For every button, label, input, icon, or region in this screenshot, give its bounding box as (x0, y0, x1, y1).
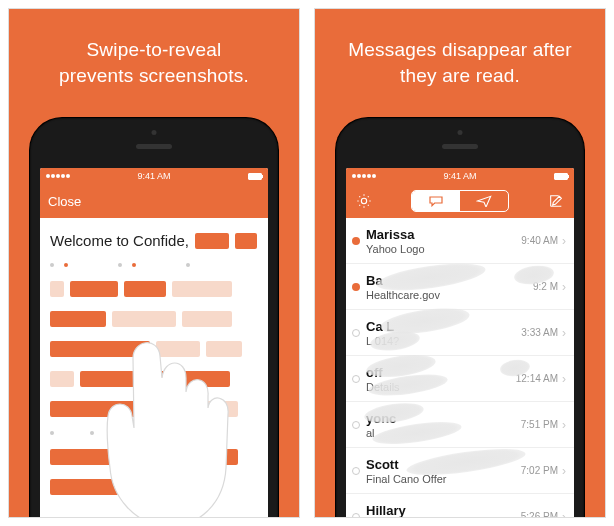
hidden-word-block (50, 449, 122, 465)
hidden-word-block (124, 281, 166, 297)
message-subject: L 014? (366, 335, 521, 347)
revealed-message-line: Welcome to Confide, (50, 232, 258, 249)
sender-name: Hillary (366, 503, 521, 518)
hidden-word-block (50, 311, 106, 327)
compose-icon (548, 193, 564, 209)
inbox-row[interactable]: Ca L L 014? 3:33 AM › (346, 310, 574, 356)
chat-bubble-icon (428, 195, 444, 207)
inbox-row[interactable]: yonc al 7:51 PM › (346, 402, 574, 448)
hidden-word-block (198, 449, 238, 465)
nav-bar: Close (40, 184, 268, 218)
message-time: 9:40 AM (521, 235, 558, 246)
segment-inbox[interactable] (412, 191, 460, 211)
close-button[interactable]: Close (48, 194, 81, 209)
phone-mock: 9:41 AM (336, 118, 584, 518)
headline-line1: Swipe-to-reveal (86, 39, 221, 60)
chevron-right-icon: › (562, 510, 566, 518)
hidden-word-block (70, 281, 118, 297)
chevron-right-icon: › (562, 280, 566, 294)
gear-icon (356, 193, 372, 209)
hidden-word-block (80, 371, 230, 387)
inbox-sent-segmented-control[interactable] (411, 190, 509, 212)
phone-mock: 9:41 AM Close Welcome to Confide, (30, 118, 278, 518)
hidden-word-block (156, 341, 200, 357)
sender-name: Marissa (366, 227, 521, 242)
sender-name: yonc (366, 411, 521, 426)
read-indicator-icon (352, 329, 360, 337)
chevron-right-icon: › (562, 418, 566, 432)
message-time: 9:2 M (533, 281, 558, 292)
unread-indicator-icon (352, 237, 360, 245)
headline: Swipe-to-reveal prevents screenshots. (59, 37, 249, 88)
hidden-word-block (112, 311, 176, 327)
status-bar: 9:41 AM (40, 168, 268, 184)
hidden-word-block (144, 401, 198, 417)
sender-name: Ba (366, 273, 533, 288)
signal-dots-icon (352, 174, 376, 178)
battery-icon (248, 173, 262, 180)
message-time: 7:51 PM (521, 419, 558, 430)
hidden-word-block (204, 401, 238, 417)
message-subject: al (366, 427, 521, 439)
hidden-word-block (235, 233, 257, 249)
message-subject: Final Cano Offer (366, 473, 521, 485)
revealed-text: Welcome to Confide, (50, 232, 189, 249)
chevron-right-icon: › (562, 326, 566, 340)
promo-panel-disappear: Messages disappear after they are read. … (314, 8, 606, 518)
headline-line2: prevents screenshots. (59, 65, 249, 86)
read-indicator-icon (352, 421, 360, 429)
inbox-row[interactable]: off Details 12:14 AM › (346, 356, 574, 402)
sender-name: off (366, 365, 516, 380)
hidden-word-block (50, 371, 74, 387)
message-subject: Yahoo Logo (366, 243, 521, 255)
read-indicator-icon (352, 513, 360, 518)
inbox-row[interactable]: Ba Healthcare.gov 9:2 M › (346, 264, 574, 310)
headline: Messages disappear after they are read. (348, 37, 571, 88)
chevron-right-icon: › (562, 464, 566, 478)
chevron-right-icon: › (562, 234, 566, 248)
settings-button[interactable] (354, 193, 374, 209)
unread-indicator-icon (352, 283, 360, 291)
inbox-row[interactable]: Scott Final Cano Offer 7:02 PM › (346, 448, 574, 494)
signal-dots-icon (46, 174, 70, 178)
chevron-right-icon: › (562, 372, 566, 386)
message-time: 5:26 PM (521, 511, 558, 518)
message-subject: Healthcare.gov (366, 289, 533, 301)
sender-name: Ca L (366, 319, 521, 334)
status-bar: 9:41 AM (346, 168, 574, 184)
phone-screen: 9:41 AM (346, 168, 574, 518)
message-reveal-area[interactable]: Welcome to Confide, (40, 218, 268, 509)
hidden-word-block (50, 401, 138, 417)
headline-line1: Messages disappear after (348, 39, 571, 60)
inbox-row[interactable]: Hillary 2016 Decision 5:26 PM › (346, 494, 574, 518)
status-time: 9:41 AM (137, 171, 170, 181)
message-time: 3:33 AM (521, 327, 558, 338)
hidden-word-block (50, 479, 210, 495)
status-time: 9:41 AM (443, 171, 476, 181)
paper-plane-icon (476, 195, 492, 207)
phone-screen: 9:41 AM Close Welcome to Confide, (40, 168, 268, 518)
read-indicator-icon (352, 467, 360, 475)
read-indicator-icon (352, 375, 360, 383)
hidden-word-block (182, 311, 232, 327)
hidden-word-block (128, 449, 192, 465)
headline-line2: they are read. (400, 65, 520, 86)
inbox-row[interactable]: Marissa Yahoo Logo 9:40 AM › (346, 218, 574, 264)
message-subject: Details (366, 381, 516, 393)
sender-name: Scott (366, 457, 521, 472)
message-time: 7:02 PM (521, 465, 558, 476)
promo-panel-swipe: Swipe-to-reveal prevents screenshots. 9:… (8, 8, 300, 518)
hidden-word-block (206, 341, 242, 357)
hidden-word-block (172, 281, 232, 297)
message-time: 12:14 AM (516, 373, 558, 384)
battery-icon (554, 173, 568, 180)
hidden-word-block (50, 281, 64, 297)
compose-button[interactable] (546, 193, 566, 209)
nav-bar (346, 184, 574, 218)
inbox-list: Marissa Yahoo Logo 9:40 AM › Ba Healthca… (346, 218, 574, 518)
segment-sent[interactable] (460, 191, 508, 211)
hidden-word-block (195, 233, 229, 249)
hidden-word-block (50, 341, 150, 357)
